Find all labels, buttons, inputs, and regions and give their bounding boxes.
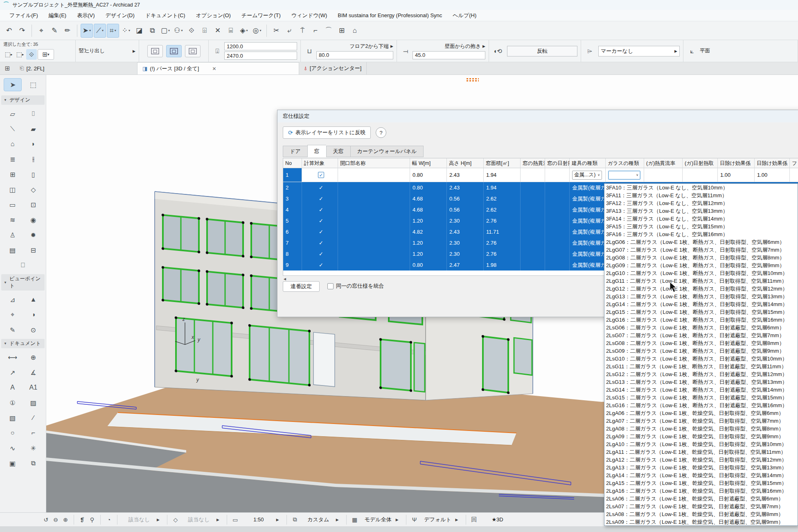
menu-item-8[interactable]: BIM sustaina for Energy (Professional) S… [332,11,447,20]
tab-action-center[interactable]: ⍋ [アクションセンター] [299,62,367,74]
hotspot-tool[interactable]: ✳ [24,442,42,454]
glass-option-36[interactable]: 2LgA13：二層ガラス（Low-E 1枚、乾燥空気、日射取得型、空気層13mm… [604,464,798,471]
scale-dropdown[interactable]: 1:50▶ [240,516,283,523]
adjust-icon[interactable]: ⤶ [283,24,295,38]
glass-option-17[interactable]: 2LgG16：二層ガラス（Low-E 1枚、断熱ガス、日射取得型、空気層16mm… [604,316,798,324]
help-button[interactable]: ? [376,127,386,138]
glass-option-3[interactable]: 3FA13：三層ガラス（Low-E なし、空気層13mm） [604,207,798,215]
glass-option-28[interactable]: 2LsG16：二層ガラス（Low-E 1枚、断熱ガス、日射遮蔽型、空気層16mm… [604,401,798,409]
glass-option-39[interactable]: 2LgA16：二層ガラス（Low-E 1枚、乾燥空気、日射取得型、空気層16mm… [604,487,798,495]
orbit-icon[interactable]: ◔ [104,515,114,525]
elevation-dimension-tool[interactable]: ↗ [4,367,22,378]
fillet-icon[interactable]: ⌒ [322,24,335,38]
skylight-tool[interactable]: ◇ [24,184,42,195]
column-header-14[interactable]: フ [790,158,798,168]
glass-option-34[interactable]: 2LgA11：二層ガラス（Low-E 1枚、乾燥空気、日射取得型、空気層11mm… [604,448,798,456]
sidebar-section-0[interactable]: ▼デザイン [1,95,45,105]
glass-option-5[interactable]: 3FA15：三層ガラス（Low-E なし、空気層15mm） [604,223,798,230]
glass-option-12[interactable]: 2LgG11：二層ガラス（Low-E 1枚、断熱ガス、日射取得型、空気層11mm… [604,277,798,285]
door-tool[interactable]: ▯ [24,169,42,180]
glass-option-24[interactable]: 2LsG12：二層ガラス（Low-E 1枚、断熱ガス、日射遮蔽型、空気層12mm… [604,370,798,378]
mesh-tool[interactable]: ≋ [4,214,22,225]
dimension-tool[interactable]: ⟷ [4,352,22,363]
camera-tool[interactable]: ⊙ [24,324,42,336]
glass-option-38[interactable]: 2LgA15：二層ガラス（Low-E 1枚、乾燥空気、日射取得型、空気層15mm… [604,479,798,487]
dimension-12-icon[interactable]: ⌹ [198,24,211,38]
stamp-tool[interactable]: ① [4,397,22,408]
column-header-1[interactable]: 計算対象 [302,158,338,168]
pickup-parameters-icon[interactable]: ✎ [48,24,61,38]
glass-option-37[interactable]: 2LgA14：二層ガラス（Low-E 1枚、乾燥空気、日射取得型、空気層14mm… [604,471,798,479]
glass-option-27[interactable]: 2LsG15：二層ガラス（Low-E 1枚、断熱ガス、日射遮蔽型、空気層15mm… [604,394,798,401]
undo-icon[interactable]: ↶ [3,24,15,38]
railing-tool[interactable]: ⫲ [24,153,42,165]
merge-checkbox[interactable]: 同一の窓仕様を統合 [327,282,384,290]
elevate-icon[interactable]: ⍑ [296,24,309,38]
coordinate-input-icon[interactable]: ⌗▾ [107,24,119,38]
glass-option-6[interactable]: 3FA16：三層ガラス（Low-E なし、空気層16mm） [604,230,798,238]
walk-mode-icon[interactable]: ⚲ [87,515,97,525]
column-header-0[interactable]: No [283,158,302,168]
wall-tool[interactable]: ▱ [4,108,22,119]
column-header-11[interactable]: (ガ)日射熱取 [683,158,718,168]
menu-item-0[interactable]: ファイル(F) [4,10,43,21]
guide-lines-icon[interactable]: ⟋▾ [94,24,106,38]
orientation-icon[interactable]: ◎▾ [251,24,263,38]
arrow-tool[interactable]: ➤ [4,78,22,91]
glass-option-30[interactable]: 2LgA07：二層ガラス（Low-E 1枚、乾燥空気、日射取得型、空気層7mm） [604,417,798,425]
glass-option-10[interactable]: 2LgG09：二層ガラス（Low-E 1枚、断熱ガス、日射取得型、空気層9mm） [604,261,798,269]
text-tool[interactable]: A [4,382,22,393]
column-tool[interactable]: ⌷ [24,108,42,119]
plane-widget-icon[interactable]: ◈▾ [238,24,250,38]
slab-tool[interactable]: ▰ [24,123,42,135]
lamp-tool[interactable]: ✹ [24,229,42,241]
glass-option-8[interactable]: 2LgG07：二層ガラス（Low-E 1枚、断熱ガス、日射取得型、空気層7mm） [604,246,798,254]
level-dimension-tool[interactable]: ⊕ [24,352,42,363]
glass-option-26[interactable]: 2LsG14：二層ガラス（Low-E 1枚、断熱ガス、日射遮蔽型、空気層14mm… [604,386,798,394]
quick-select-icon[interactable]: ⟐ [26,49,37,60]
sequence-number-button[interactable]: 連番設定 [283,281,320,292]
stair-tool[interactable]: ≣ [4,153,22,165]
survey-point-icon[interactable]: ⟐ [185,24,198,38]
menu-item-7[interactable]: ウィンドウ(W) [286,10,332,21]
zoom-reset-icon[interactable]: ↺ [41,515,51,525]
glass-option-7[interactable]: 2LgG06：二層ガラス（Low-E 1枚、断熱ガス、日射取得型、空気層6mm） [604,238,798,246]
column-header-9[interactable]: ガラスの種類 [606,158,644,168]
figure-tool[interactable]: ▣ [4,458,22,469]
menu-item-4[interactable]: ドキュメント(C) [140,10,191,21]
curtain-wall-tool[interactable]: ⊞ [4,169,22,180]
line-tool[interactable]: ∕ [24,412,42,424]
anchor-option-2[interactable] [166,45,182,57]
elevation-tool[interactable]: ▲ [24,294,42,305]
shell-tool[interactable]: ◗ [24,138,42,150]
glass-option-9[interactable]: 2LgG08：二層ガラス（Low-E 1枚、断熱ガス、日射取得型、空気層8mm） [604,254,798,261]
editing-plane-icon[interactable]: ◪ [133,24,145,38]
circle-tool[interactable]: ○ [4,427,22,439]
menu-item-5[interactable]: オプション(O) [191,10,236,21]
dialog-tab-1[interactable]: 窓 [307,145,326,157]
detail-tool[interactable]: ◑ [24,309,42,320]
layer-combination-dropdown[interactable]: カスタム▶ [300,516,343,523]
glass-option-11[interactable]: 2LgG10：二層ガラス（Low-E 1枚、断熱ガス、日射取得型、空気層10mm… [604,269,798,277]
label-tool[interactable]: A1 [24,382,42,393]
object-tool[interactable]: ♙ [4,229,22,241]
column-header-12[interactable]: 日除け効果係 [718,158,755,168]
checkbox-checked-icon[interactable]: ✓ [318,172,324,178]
dialog-tab-0[interactable]: ドア [283,146,307,157]
angle-dimension-tool[interactable]: ∡ [24,367,42,378]
marquee-mode-icon[interactable]: ⬚▸ [15,49,25,60]
glass-option-23[interactable]: 2LsG11：二層ガラス（Low-E 1枚、断熱ガス、日射遮蔽型、空気層11mm… [604,363,798,370]
hatch-tool[interactable]: ▧ [4,412,22,424]
glass-type-combo[interactable]: ∨ [608,171,640,180]
tab-close-icon[interactable]: ✕ [212,66,216,72]
glass-option-40[interactable]: 2LsA06：二層ガラス（Low-E 1枚、乾燥空気、日射遮蔽型、空気層6mm） [604,495,798,503]
menu-item-9[interactable]: ヘルプ(H) [447,10,482,21]
column-header-10[interactable]: (ガ)熱貫流率 [644,158,683,168]
roof-tool[interactable]: ⌂ [4,138,22,150]
anchor-menu-icon[interactable]: ▶ [390,44,393,48]
zone-tool[interactable]: ⊡ [24,199,42,210]
zoom-out-icon[interactable]: ⊖ [51,515,61,525]
glass-option-0[interactable]: 3FA10：三層ガラス（Low-E なし、空気層10mm） [604,184,798,192]
renovation-dropdown[interactable]: 該当なし▶ [180,516,223,523]
anchor-option-1[interactable] [147,45,163,57]
